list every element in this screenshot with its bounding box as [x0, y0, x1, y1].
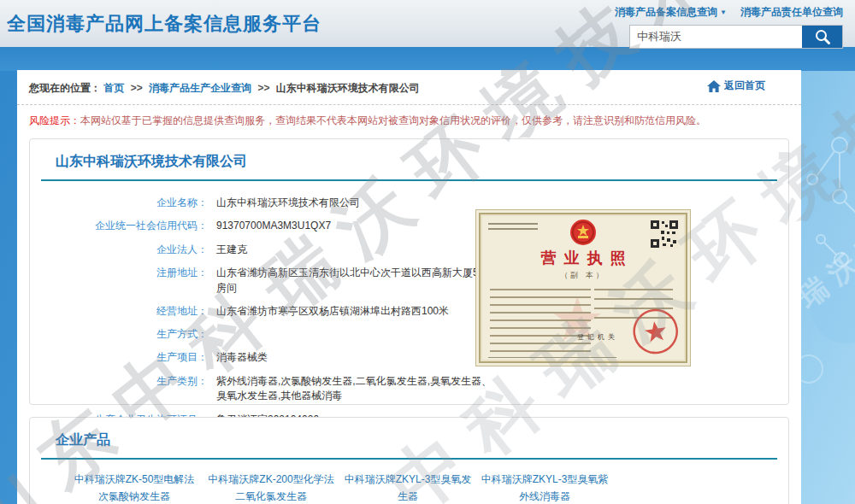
field-row-production-category: 生产类别： 紫外线消毒器,次氯酸钠发生器,二氧化氯发生器,臭氧发生器、臭氧水发生… — [30, 374, 788, 404]
products-panel: 企业产品 中科瑞沃牌ZK-50型电解法次氯酸钠发生器 中科瑞沃牌ZK-200型化… — [29, 417, 789, 504]
risk-notice-prefix: 风险提示： — [29, 114, 80, 126]
license-bottom-lines — [488, 357, 616, 360]
product-link-zk50[interactable]: 中科瑞沃牌ZK-50型电解法次氯酸钠发生器 — [69, 471, 199, 504]
field-value: 91370700MA3M3U1QX7 — [216, 219, 331, 233]
field-label: 生产方式： — [30, 327, 208, 342]
license-text-lines-left — [490, 289, 591, 354]
search-bar — [629, 25, 843, 49]
site-title: 全国消毒产品网上备案信息服务平台 — [7, 11, 321, 37]
breadcrumb-prefix: 您现在的位置： — [29, 82, 101, 94]
field-value: 山东中科瑞沃环境技术有限公司 — [216, 196, 360, 210]
nav-link-record-info-query[interactable]: 消毒产品备案信息查询 ▼ — [615, 5, 727, 20]
license-red-seal — [628, 304, 683, 361]
company-info-panel: 山东中科瑞沃环境技术有限公司 企业名称： 山东中科瑞沃环境技术有限公司 企业统一… — [29, 138, 789, 405]
field-value: 王建克 — [216, 243, 247, 257]
header-right: 消毒产品备案信息查询 ▼ 消毒产品责任单位查询 — [629, 5, 843, 49]
company-name-title: 山东中科瑞沃环境技术有限公司 — [30, 139, 788, 179]
search-input[interactable] — [630, 26, 802, 48]
home-icon — [707, 80, 721, 92]
header-nav: 消毒产品备案信息查询 ▼ 消毒产品责任单位查询 — [629, 5, 843, 20]
search-icon — [814, 28, 831, 45]
product-link-zkyl3-uv[interactable]: 中科瑞沃牌ZKYL-3型臭氧紫外线消毒器 — [480, 471, 610, 504]
business-license-image: 营业执照 （副 本） ★ 登记机关 — [475, 209, 691, 366]
product-link-zkyl3-ozone[interactable]: 中科瑞沃牌ZKYL-3型臭氧发生器 — [343, 471, 473, 504]
breadcrumb-link-enterprise-query[interactable]: 消毒产品生产企业查询 — [149, 82, 251, 94]
breadcrumb-separator: >> — [131, 82, 143, 94]
main-content-card: 您现在的位置： 首页 >> 消毒产品生产企业查询 >> 山东中科瑞沃环境技术有限… — [17, 70, 801, 504]
field-value: 山东省潍坊市寒亭区双杨店镇湖淋埠出村路西100米 — [216, 304, 449, 319]
national-emblem-icon — [569, 218, 598, 250]
back-home-button[interactable]: 返回首页 — [707, 79, 765, 93]
breadcrumb-current: 山东中科瑞沃环境技术有限公司 — [276, 82, 420, 94]
breadcrumb-link-home[interactable]: 首页 — [103, 82, 124, 94]
license-title: 营业执照 — [476, 248, 690, 268]
field-label: 企业名称： — [30, 196, 208, 210]
risk-notice: 风险提示：本网站仅基于已掌握的信息提供查询服务，查询结果不代表本网站对被查询对象… — [17, 105, 801, 132]
product-list: 中科瑞沃牌ZK-50型电解法次氯酸钠发生器 中科瑞沃牌ZK-200型化学法二氧化… — [30, 460, 788, 504]
risk-notice-text: 本网站仅基于已掌握的信息提供查询服务，查询结果不代表本网站对被查询对象信用状况的… — [80, 114, 706, 126]
field-label: 企业法人： — [30, 243, 208, 257]
top-header: 全国消毒产品网上备案信息服务平台 消毒产品备案信息查询 ▼ 消毒产品责任单位查询 — [0, 0, 855, 47]
field-row-company-name: 企业名称： 山东中科瑞沃环境技术有限公司 — [30, 196, 788, 210]
field-label: 生产类别： — [30, 374, 208, 404]
license-footer-label: 登记机关 — [577, 332, 618, 342]
field-value: 紫外线消毒器,次氯酸钠发生器,二氧化氯发生器,臭氧发生器、臭氧水发生器,其他器械… — [216, 374, 498, 404]
field-label: 企业统一社会信用代码： — [30, 219, 208, 233]
breadcrumb-separator: >> — [257, 82, 269, 94]
back-home-label: 返回首页 — [724, 79, 765, 93]
field-value: 山东省潍坊高新区玉清东街以北中心次干道以西高新大厦502房间 — [216, 266, 498, 296]
product-link-zk200[interactable]: 中科瑞沃牌ZK-200型化学法二氧化氯发生器 — [206, 471, 336, 504]
field-label: 注册地址： — [30, 266, 208, 296]
search-button[interactable] — [802, 26, 842, 48]
license-credit-code-lines — [488, 223, 538, 231]
field-value: 消毒器械类 — [216, 350, 268, 365]
header-blue-band — [0, 47, 855, 71]
license-subtitle: （副 本） — [476, 270, 690, 281]
products-title: 企业产品 — [30, 418, 788, 458]
nav-link-label: 消毒产品责任单位查询 — [740, 5, 843, 20]
breadcrumb: 您现在的位置： 首页 >> 消毒产品生产企业查询 >> 山东中科瑞沃环境技术有限… — [17, 70, 801, 105]
nav-link-label: 消毒产品备案信息查询 — [615, 5, 717, 20]
nav-link-responsible-unit-query[interactable]: 消毒产品责任单位查询 — [740, 5, 843, 20]
chevron-down-icon: ▼ — [720, 9, 727, 16]
field-label: 经营地址： — [30, 304, 208, 319]
field-label: 生产项目： — [30, 350, 208, 365]
